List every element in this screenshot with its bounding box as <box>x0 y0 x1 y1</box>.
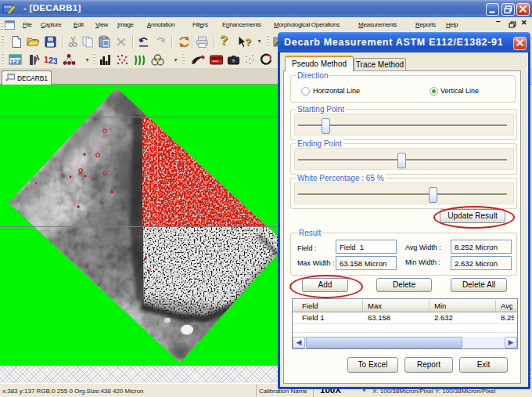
svg-text:?: ? <box>245 36 251 48</box>
svg-text:123: 123 <box>10 58 21 65</box>
svg-text:3: 3 <box>53 56 57 66</box>
